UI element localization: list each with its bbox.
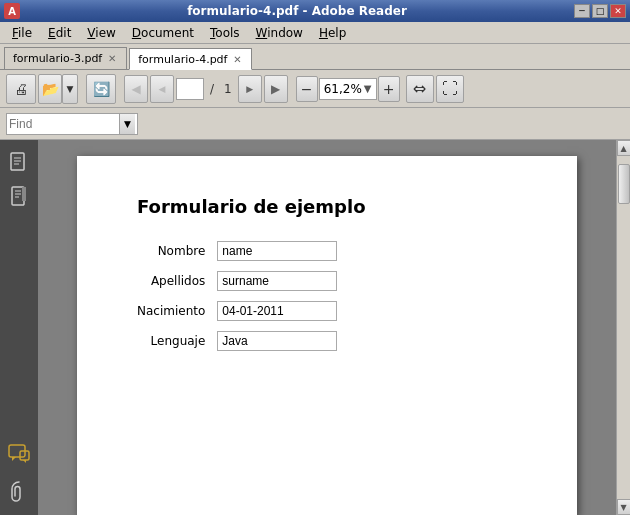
label-lenguaje: Lenguaje — [137, 334, 205, 348]
sidebar-icon-comments[interactable] — [4, 439, 34, 469]
sidebar-icon-bookmarks[interactable] — [4, 182, 34, 212]
close-button[interactable]: ✕ — [610, 4, 626, 18]
pdf-page: Formulario de ejemplo Nombre Apellidos N… — [77, 156, 577, 515]
window-controls[interactable]: ─ □ ✕ — [574, 4, 626, 18]
pdf-viewport: Formulario de ejemplo Nombre Apellidos N… — [38, 140, 616, 515]
form-title: Formulario de ejemplo — [137, 196, 527, 217]
prev-page-button[interactable]: ◀ — [124, 75, 148, 103]
tab-formulario3[interactable]: formulario-3.pdf ✕ — [4, 47, 127, 69]
search-wrapper: ▼ — [6, 113, 138, 135]
tabs-bar: formulario-3.pdf ✕ formulario-4.pdf ✕ — [0, 44, 630, 70]
tab-formulario4-close[interactable]: ✕ — [231, 53, 243, 65]
page-number-input[interactable]: 1 — [176, 78, 204, 100]
fit-buttons: ⇔ ⛶ — [406, 75, 464, 103]
tab-formulario3-close[interactable]: ✕ — [106, 53, 118, 65]
nav-group: ◀ ◀ 1 / 1 ▶ ▶ — [124, 75, 288, 103]
open-dropdown-button[interactable]: ▼ — [62, 74, 78, 104]
toolbar: 🖨 📂 ▼ 🔄 ◀ ◀ 1 / 1 ▶ ▶ − 61,2% ▼ + ⇔ ⛶ — [0, 70, 630, 108]
open-button-group: 📂 ▼ — [38, 74, 78, 104]
menu-window[interactable]: Window — [248, 24, 311, 42]
input-apellidos[interactable] — [217, 271, 337, 291]
input-nombre[interactable] — [217, 241, 337, 261]
fit-page-button[interactable]: ⛶ — [436, 75, 464, 103]
window-title: formulario-4.pdf - Adobe Reader — [20, 4, 574, 18]
sidebar-icon-attachments[interactable] — [4, 477, 34, 507]
zoom-in-button[interactable]: + — [378, 76, 400, 102]
tab-formulario3-label: formulario-3.pdf — [13, 52, 102, 65]
label-nacimiento: Nacimiento — [137, 304, 205, 318]
minimize-button[interactable]: ─ — [574, 4, 590, 18]
search-dropdown-button[interactable]: ▼ — [119, 114, 135, 134]
app-icon: A — [4, 3, 20, 19]
zoom-dropdown-button[interactable]: ▼ — [364, 83, 372, 94]
svg-rect-8 — [22, 187, 26, 201]
fit-width-button[interactable]: ⇔ — [406, 75, 434, 103]
scroll-down-button[interactable]: ▼ — [617, 499, 631, 515]
label-nombre: Nombre — [137, 244, 205, 258]
zoom-group: − 61,2% ▼ + — [296, 76, 400, 102]
page-total: 1 — [220, 82, 236, 96]
scroll-up-button[interactable]: ▲ — [617, 140, 631, 156]
menu-document[interactable]: Document — [124, 24, 202, 42]
input-nacimiento[interactable] — [217, 301, 337, 321]
zoom-value: 61,2% — [324, 82, 362, 96]
zoom-out-button[interactable]: − — [296, 76, 318, 102]
restore-button[interactable]: □ — [592, 4, 608, 18]
zoom-display: 61,2% ▼ — [319, 78, 377, 100]
tab-formulario4[interactable]: formulario-4.pdf ✕ — [129, 48, 252, 70]
menu-edit[interactable]: Edit — [40, 24, 79, 42]
menu-file[interactable]: File — [4, 24, 40, 42]
tab-formulario4-label: formulario-4.pdf — [138, 53, 227, 66]
main-area: Formulario de ejemplo Nombre Apellidos N… — [0, 140, 630, 515]
titlebar: A formulario-4.pdf - Adobe Reader ─ □ ✕ — [0, 0, 630, 22]
prev-page-button2[interactable]: ◀ — [150, 75, 174, 103]
sidebar-icon-pages[interactable] — [4, 148, 34, 178]
menu-help[interactable]: Help — [311, 24, 354, 42]
scrollbar-track — [617, 156, 631, 499]
search-input[interactable] — [9, 117, 119, 131]
next-page-button[interactable]: ▶ — [238, 75, 262, 103]
form-fields: Nombre Apellidos Nacimiento Lenguaje — [137, 241, 527, 351]
menu-view[interactable]: View — [79, 24, 123, 42]
print-button[interactable]: 🖨 — [6, 74, 36, 104]
sidebar — [0, 140, 38, 515]
next-page-button2[interactable]: ▶ — [264, 75, 288, 103]
searchbar: ▼ — [0, 108, 630, 140]
menubar: File Edit View Document Tools Window Hel… — [0, 22, 630, 44]
page-separator: / — [206, 82, 218, 96]
menu-tools[interactable]: Tools — [202, 24, 248, 42]
open-button[interactable]: 📂 — [38, 74, 62, 104]
label-apellidos: Apellidos — [137, 274, 205, 288]
input-lenguaje[interactable] — [217, 331, 337, 351]
scrollbar: ▲ ▼ — [616, 140, 630, 515]
scrollbar-thumb[interactable] — [618, 164, 630, 204]
email-button[interactable]: 🔄 — [86, 74, 116, 104]
